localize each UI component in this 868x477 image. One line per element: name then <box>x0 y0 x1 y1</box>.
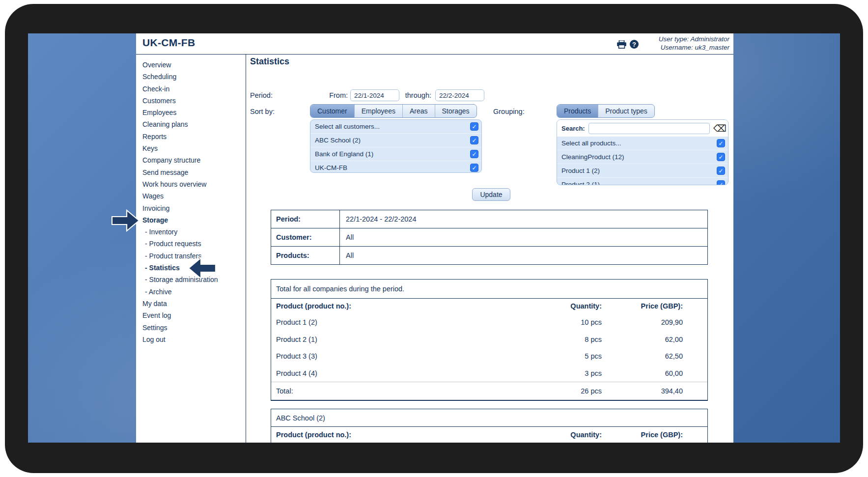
product-item-product-1-2[interactable]: Product 1 (2)✓ <box>557 164 728 177</box>
summary-value: All <box>340 247 707 264</box>
customers-list: Select all customers...✓ABC School (2)✓B… <box>310 120 481 173</box>
sidebar-item-cleaning-plans[interactable]: Cleaning plans <box>136 118 246 130</box>
sidebar-item-log-out[interactable]: Log out <box>136 334 246 345</box>
sidebar-item-check-in[interactable]: Check-in <box>136 83 246 95</box>
checkbox-checked-icon[interactable]: ✓ <box>470 136 478 144</box>
clear-search-icon[interactable]: ⌫ <box>713 123 726 134</box>
column-header: Price (GBP): <box>602 431 683 439</box>
grouping-tab-group: ProductsProduct types <box>557 104 655 118</box>
product-cell: Product 1 (2) <box>271 318 513 326</box>
checkbox-checked-icon[interactable]: ✓ <box>470 164 478 172</box>
summary-label: Period: <box>271 210 340 228</box>
sort-by-label: Sort by: <box>250 108 275 115</box>
customer-item-select-all-customers[interactable]: Select all customers...✓ <box>310 120 481 133</box>
product-cell: Product 3 (3) <box>271 352 513 360</box>
period-label: Period: <box>250 91 273 99</box>
sidebar-item-keys[interactable]: Keys <box>136 142 246 154</box>
grouping-tab-product-types[interactable]: Product types <box>598 105 654 117</box>
customers-panel: Select all customers...✓ABC School (2)✓B… <box>310 119 482 173</box>
checkbox-checked-icon[interactable]: ✓ <box>717 153 725 161</box>
sidebar-item-archive[interactable]: - Archive <box>136 286 246 298</box>
sort-tab-group: CustomerEmployeesAreasStorages <box>310 104 477 118</box>
sort-tab-storages[interactable]: Storages <box>435 105 476 117</box>
list-item-label: CleaningProduct (12) <box>561 153 624 161</box>
sidebar-item-scheduling[interactable]: Scheduling <box>136 71 246 83</box>
list-item-label: Bank of England (1) <box>315 150 373 158</box>
sidebar-item-event-log[interactable]: Event log <box>136 309 246 321</box>
sidebar-item-overview[interactable]: Overview <box>136 59 246 71</box>
sidebar-item-customers[interactable]: Customers <box>136 95 246 107</box>
checkbox-checked-icon[interactable]: ✓ <box>717 139 725 147</box>
from-date-input[interactable] <box>350 89 399 101</box>
grouping-label: Grouping: <box>493 108 525 115</box>
checkbox-checked-icon[interactable]: ✓ <box>470 150 478 158</box>
summary-value: All <box>340 228 707 246</box>
sidebar-item-employees[interactable]: Employees <box>136 107 246 118</box>
table-row: Product 2 (1)8 pcs62,00 <box>271 331 707 348</box>
customer-item-bank-of-england-1[interactable]: Bank of England (1)✓ <box>310 147 481 161</box>
product-cell: Total: <box>271 387 513 395</box>
sort-tab-customer[interactable]: Customer <box>310 105 354 117</box>
checkbox-checked-icon[interactable]: ✓ <box>717 167 725 175</box>
company-table-title: ABC School (2) <box>271 409 707 427</box>
product-cell: Product 2 (1) <box>271 336 513 343</box>
search-row: Search: ⌫ <box>557 120 728 137</box>
column-header: Quantity: <box>513 302 602 310</box>
checkbox-checked-icon[interactable]: ✓ <box>717 180 725 185</box>
sidebar-item-invoicing[interactable]: Invoicing <box>136 202 246 214</box>
grouping-tab-products[interactable]: Products <box>557 105 598 117</box>
table-row: Product 4 (4)3 pcs60,00 <box>271 365 707 382</box>
sort-tab-areas[interactable]: Areas <box>402 105 435 117</box>
checkbox-checked-icon[interactable]: ✓ <box>470 122 478 131</box>
app-header: UK-CM-FB ? User type: Administrator User… <box>136 33 733 55</box>
search-input[interactable] <box>588 123 710 134</box>
username-label: Username: uk3_master <box>659 43 729 52</box>
summary-row: Period:22/1-2024 - 22/2-2024 <box>271 210 707 228</box>
totals-header-row: Product (product no.):Quantity:Price (GB… <box>271 299 707 314</box>
list-item-label: ABC School (2) <box>315 137 361 144</box>
sidebar-item-send-message[interactable]: Send message <box>136 167 246 178</box>
user-info: User type: Administrator Username: uk3_m… <box>659 35 729 52</box>
sidebar-item-inventory[interactable]: - Inventory <box>136 226 246 238</box>
search-label: Search: <box>561 125 585 132</box>
table-row: Product 3 (3)5 pcs62,50 <box>271 348 707 365</box>
sidebar-item-wages[interactable]: Wages <box>136 190 246 202</box>
product-item-product-2-1[interactable]: Product 2 (1)✓ <box>557 177 728 185</box>
product-item-select-all-products[interactable]: Select all products...✓ <box>557 137 728 150</box>
totals-total-row: Total:26 pcs394,40 <box>271 382 707 400</box>
column-header: Product (product no.): <box>271 431 513 439</box>
customer-item-abc-school-2[interactable]: ABC School (2)✓ <box>310 133 481 147</box>
through-date-input[interactable] <box>435 89 484 101</box>
sort-tab-employees[interactable]: Employees <box>354 105 402 117</box>
main-content: Statistics Period: From: through: Sort b… <box>246 54 733 443</box>
quantity-cell: 26 pcs <box>513 387 602 395</box>
sidebar: OverviewSchedulingCheck-inCustomersEmplo… <box>136 54 246 443</box>
browser-viewport: UK-CM-FB ? User type: Administrator User… <box>28 33 840 443</box>
price-cell: 62,00 <box>602 336 683 343</box>
storage-annotation-arrow-icon <box>112 209 140 232</box>
sidebar-item-my-data[interactable]: My data <box>136 298 246 309</box>
quantity-cell: 8 pcs <box>513 336 602 343</box>
totals-table-title: Total for all companies during the perio… <box>271 280 707 299</box>
summary-row: Products:All <box>271 247 707 264</box>
sidebar-item-storage[interactable]: Storage <box>136 214 246 226</box>
sidebar-item-product-requests[interactable]: - Product requests <box>136 238 246 250</box>
totals-rows: Product 1 (2)10 pcs209,90Product 2 (1)8 … <box>271 314 707 382</box>
column-header: Quantity: <box>513 431 602 439</box>
product-item-cleaningproduct-12[interactable]: CleaningProduct (12)✓ <box>557 150 728 164</box>
print-icon[interactable] <box>616 40 627 49</box>
price-cell: 60,00 <box>602 369 683 377</box>
sidebar-item-work-hours-overview[interactable]: Work hours overview <box>136 178 246 190</box>
list-item-label: Select all products... <box>561 140 621 147</box>
help-icon[interactable]: ? <box>630 40 639 49</box>
customer-item-uk-cm-fb[interactable]: UK-CM-FB✓ <box>310 161 481 173</box>
company-table: ABC School (2) Product (product no.):Qua… <box>271 409 708 443</box>
statistics-annotation-arrow-icon <box>188 257 217 280</box>
sidebar-item-settings[interactable]: Settings <box>136 322 246 334</box>
list-item-label: UK-CM-FB <box>315 164 347 171</box>
page-title: Statistics <box>250 56 289 67</box>
sidebar-item-reports[interactable]: Reports <box>136 131 246 142</box>
sidebar-item-company-structure[interactable]: Company structure <box>136 154 246 166</box>
products-list: Select all products...✓CleaningProduct (… <box>557 137 728 185</box>
update-button[interactable]: Update <box>472 188 510 201</box>
